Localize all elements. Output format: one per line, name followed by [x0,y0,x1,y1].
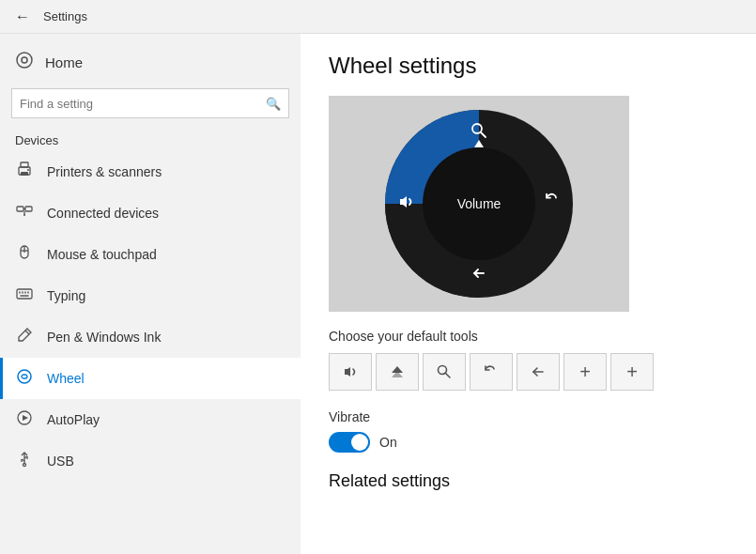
devices-section-label: Devices [0,124,301,151]
tool-undo-button[interactable] [470,353,513,391]
tools-section-label: Choose your default tools [329,329,728,344]
wheel-icon [15,367,34,390]
svg-marker-35 [345,367,350,377]
wheel-diagram: Volume [385,110,573,298]
home-icon [15,51,34,73]
svg-point-5 [27,169,29,171]
vibrate-section: Vibrate On [329,409,728,453]
back-button[interactable]: ← [11,6,34,28]
search-icon: 🔍 [266,97,281,111]
svg-rect-14 [17,289,32,299]
svg-point-21 [18,370,31,383]
connected-icon [15,202,34,224]
wheel-label: Wheel [47,371,85,386]
sidebar-item-connected[interactable]: Connected devices [0,192,301,234]
home-label: Home [45,54,83,70]
app-body: Home 🔍 Devices Printers & scanners [0,34,756,554]
sidebar-item-printers[interactable]: Printers & scanners [0,151,301,192]
autoplay-label: AutoPlay [47,412,100,427]
svg-point-1 [22,57,27,63]
usb-label: USB [47,454,74,469]
svg-line-20 [25,331,29,334]
connected-label: Connected devices [47,206,159,221]
vibrate-label: Vibrate [329,409,728,424]
sidebar-item-pen[interactable]: Pen & Windows Ink [0,316,301,358]
sidebar-item-autoplay[interactable]: AutoPlay [0,399,301,440]
svg-rect-4 [21,172,28,176]
wheel-back-icon [470,264,488,286]
usb-icon [15,450,34,472]
svg-rect-7 [25,207,32,211]
vibrate-state-label: On [379,435,397,450]
vibrate-toggle[interactable] [329,432,370,453]
wheel-inner-circle: Volume [423,147,535,260]
typing-label: Typing [47,288,85,303]
svg-rect-22 [22,375,27,378]
svg-point-0 [17,53,32,68]
search-input[interactable] [20,97,266,111]
tool-add2-button[interactable]: + [610,353,654,391]
page-title: Wheel settings [329,53,728,79]
tool-zoom-button[interactable] [423,353,466,391]
sidebar: Home 🔍 Devices Printers & scanners [0,34,301,554]
pen-icon [15,326,34,348]
tool-volume-button[interactable] [329,353,372,391]
tool-back-button[interactable] [517,353,560,391]
svg-point-29 [23,464,26,467]
svg-rect-3 [21,162,28,167]
tool-scroll-button[interactable] [376,353,419,391]
titlebar-title: Settings [43,9,87,23]
vibrate-toggle-row: On [329,432,728,453]
svg-marker-32 [400,196,407,208]
mouse-label: Mouse & touchpad [47,247,157,262]
tools-row: + + [329,353,728,391]
keyboard-icon [15,285,34,307]
sidebar-item-mouse[interactable]: Mouse & touchpad [0,234,301,275]
svg-line-39 [446,374,451,378]
wheel-center-label: Volume [457,196,501,211]
printers-label: Printers & scanners [47,164,162,179]
sidebar-item-home[interactable]: Home [0,41,301,83]
svg-rect-6 [17,207,23,211]
search-box[interactable]: 🔍 [11,88,289,118]
content-area: Wheel settings [301,34,756,554]
wheel-diagram-container: Volume [329,96,629,312]
tool-add1-button[interactable]: + [563,353,607,391]
toggle-knob [351,434,368,451]
autoplay-icon [15,408,34,431]
sidebar-item-wheel[interactable]: Wheel [0,358,301,399]
titlebar: ← Settings [0,0,756,34]
wheel-outer-ring: Volume [385,110,573,298]
wheel-undo-icon [543,191,562,213]
wheel-volume-icon [396,192,417,216]
sidebar-item-typing[interactable]: Typing [0,275,301,316]
related-settings-title: Related settings [329,471,728,491]
mouse-icon [15,243,34,266]
svg-marker-34 [474,140,484,147]
pen-label: Pen & Windows Ink [47,330,161,345]
printer-icon [15,161,34,183]
sidebar-item-usb[interactable]: USB [0,440,301,482]
